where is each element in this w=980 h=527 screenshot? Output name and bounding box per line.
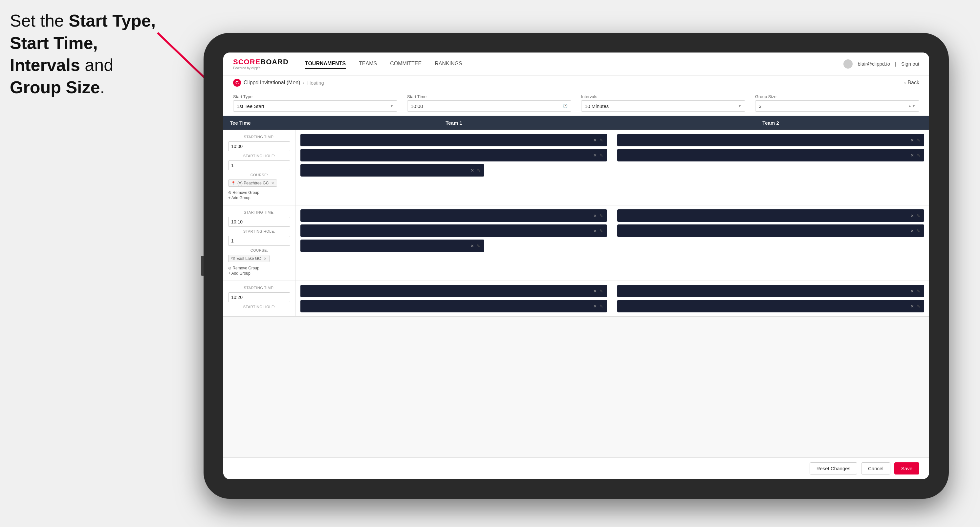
- player-slot-4-2[interactable]: ✕ ✎: [617, 224, 924, 237]
- slot-remove-3-2[interactable]: ✕: [593, 229, 597, 233]
- slot-edit-4-1[interactable]: ✎: [916, 213, 920, 218]
- player-slot-3-course[interactable]: ✕ ✎: [301, 240, 484, 252]
- breadcrumb-section: Hosting: [307, 80, 324, 86]
- group-size-chevron-icon: ▲▼: [908, 104, 916, 108]
- slot-edit-5-2[interactable]: ✎: [600, 304, 603, 309]
- starting-hole-select-2[interactable]: ▲ ▼: [228, 236, 290, 246]
- course-name-2: East Lake GC: [236, 256, 261, 261]
- slot-remove-6-1[interactable]: ✕: [910, 289, 914, 294]
- slot-remove-1-c[interactable]: ✕: [471, 168, 474, 173]
- slot-edit-2-2[interactable]: ✎: [916, 153, 920, 158]
- slot-remove-3-1[interactable]: ✕: [593, 213, 597, 218]
- nav-tab-rankings[interactable]: RANKINGS: [435, 59, 462, 69]
- breadcrumb-separator: ›: [303, 80, 305, 86]
- slot-remove-6-2[interactable]: ✕: [910, 304, 914, 309]
- slot-remove-5-2[interactable]: ✕: [593, 304, 597, 309]
- group-size-select[interactable]: 3 ▲▼: [755, 100, 919, 111]
- starting-time-input-3[interactable]: 🕐: [228, 292, 290, 302]
- start-type-field: Start Type 1st Tee Start ▼: [233, 94, 397, 111]
- nav-tab-tournaments[interactable]: TOURNAMENTS: [305, 59, 346, 69]
- back-button[interactable]: ‹ Back: [904, 80, 919, 86]
- main-content: Tee Time Team 1 Team 2 STARTING TIME: 🕐 …: [223, 116, 929, 457]
- player-slot-1-course[interactable]: ✕ ✎: [301, 164, 484, 176]
- time-input-3[interactable]: [229, 295, 290, 300]
- start-type-select[interactable]: 1st Tee Start ▼: [233, 100, 397, 111]
- slot-remove-2-1[interactable]: ✕: [910, 138, 914, 143]
- starting-time-input-1[interactable]: 🕐: [228, 141, 290, 151]
- slot-edit-3-c[interactable]: ✎: [477, 243, 480, 248]
- slot-edit-4-2[interactable]: ✎: [916, 229, 920, 233]
- player-slot-1-2[interactable]: ✕ ✎: [301, 149, 607, 162]
- start-time-chevron-icon: 🕐: [563, 104, 568, 108]
- add-group-btn-1[interactable]: + Add Group: [228, 195, 290, 200]
- player-slot-3-1[interactable]: ✕ ✎: [301, 210, 607, 222]
- slot-edit-6-2[interactable]: ✎: [916, 304, 920, 309]
- course-tag-2: 🗺 East Lake GC ✕: [228, 255, 270, 262]
- hole-input-1[interactable]: [229, 163, 290, 168]
- tablet-side-button: [201, 256, 204, 276]
- nav-separator: |: [895, 61, 896, 67]
- slot-edit-1-2[interactable]: ✎: [600, 153, 603, 158]
- nav-right: blair@clippd.io | Sign out: [843, 59, 919, 68]
- nav-tab-teams[interactable]: TEAMS: [359, 59, 377, 69]
- slot-remove-1-2[interactable]: ✕: [593, 153, 597, 158]
- start-time-select[interactable]: 10:00 🕐: [407, 100, 571, 111]
- user-email: blair@clippd.io: [858, 61, 890, 67]
- slot-remove-4-2[interactable]: ✕: [910, 229, 914, 233]
- slot-remove-1-1[interactable]: ✕: [593, 138, 597, 143]
- player-slot-4-1[interactable]: ✕ ✎: [617, 210, 924, 222]
- cancel-button[interactable]: Cancel: [861, 462, 890, 475]
- slot-edit-1-1[interactable]: ✎: [600, 138, 603, 143]
- th-tee-time: Tee Time: [223, 116, 296, 130]
- intervals-select[interactable]: 10 Minutes ▼: [581, 100, 745, 111]
- start-type-chevron-icon: ▼: [390, 104, 394, 108]
- player-slot-3-2[interactable]: ✕ ✎: [301, 224, 607, 237]
- hole-input-2[interactable]: [229, 238, 290, 243]
- slot-edit-2-1[interactable]: ✎: [916, 138, 920, 143]
- add-group-btn-2[interactable]: + Add Group: [228, 271, 290, 276]
- slot-remove-5-1[interactable]: ✕: [593, 289, 597, 294]
- player-slot-2-2[interactable]: ✕ ✎: [617, 149, 924, 162]
- slot-remove-4-1[interactable]: ✕: [910, 213, 914, 218]
- sign-out-link[interactable]: Sign out: [901, 61, 919, 67]
- tablet-screen: SCORESCOREBOARDBOARD Powered by clipp'd …: [223, 52, 929, 479]
- tee-group-3: STARTING TIME: 🕐 STARTING HOLE: ✕ ✎ ✕ ✎: [223, 281, 929, 317]
- intervals-field: Intervals 10 Minutes ▼: [581, 94, 745, 111]
- slot-edit-3-2[interactable]: ✎: [600, 229, 603, 233]
- logo-text: SCORESCOREBOARDBOARD: [233, 58, 289, 66]
- slot-edit-6-1[interactable]: ✎: [916, 289, 920, 294]
- slot-remove-3-c[interactable]: ✕: [471, 243, 474, 248]
- player-slot-5-1[interactable]: ✕ ✎: [301, 285, 607, 297]
- slot-edit-3-1[interactable]: ✎: [600, 213, 603, 218]
- starting-hole-select-1[interactable]: ▲ ▼: [228, 160, 290, 170]
- starting-time-input-2[interactable]: 🕐: [228, 217, 290, 227]
- player-slot-6-1[interactable]: ✕ ✎: [617, 285, 924, 297]
- user-avatar: [843, 59, 853, 68]
- starting-time-label-2: STARTING TIME:: [228, 210, 290, 214]
- starting-hole-label-2: STARTING HOLE:: [228, 229, 290, 233]
- course-remove-1[interactable]: ✕: [271, 181, 274, 186]
- slot-edit-1-c[interactable]: ✎: [477, 168, 480, 173]
- reset-changes-button[interactable]: Reset Changes: [810, 462, 857, 475]
- save-button[interactable]: Save: [894, 462, 919, 475]
- slot-remove-2-2[interactable]: ✕: [910, 153, 914, 158]
- ctrl-actions-1: ⊖ Remove Group + Add Group: [228, 190, 290, 200]
- nav-tab-committee[interactable]: COMMITTEE: [390, 59, 422, 69]
- player-slot-2-1[interactable]: ✕ ✎: [617, 134, 924, 146]
- tablet-frame: SCORESCOREBOARDBOARD Powered by clipp'd …: [204, 33, 949, 499]
- ctrl-actions-2: ⊖ Remove Group + Add Group: [228, 266, 290, 276]
- remove-group-btn-2[interactable]: ⊖ Remove Group: [228, 266, 290, 270]
- player-slot-6-2[interactable]: ✕ ✎: [617, 300, 924, 313]
- time-input-2[interactable]: [229, 219, 290, 224]
- slot-edit-5-1[interactable]: ✎: [600, 289, 603, 294]
- group-size-label: Group Size: [755, 94, 919, 99]
- time-input-1[interactable]: [229, 144, 290, 149]
- team2-col-2: ✕ ✎ ✕ ✎: [612, 205, 929, 281]
- remove-group-btn-1[interactable]: ⊖ Remove Group: [228, 190, 290, 195]
- tee-group-2: STARTING TIME: 🕐 STARTING HOLE: ▲ ▼ COUR…: [223, 205, 929, 281]
- player-slot-5-2[interactable]: ✕ ✎: [301, 300, 607, 313]
- course-remove-2[interactable]: ✕: [264, 257, 267, 261]
- player-slot-1-1[interactable]: ✕ ✎: [301, 134, 607, 146]
- settings-row: Start Type 1st Tee Start ▼ Start Time 10…: [223, 90, 929, 116]
- logo: SCORESCOREBOARDBOARD Powered by clipp'd: [233, 58, 289, 70]
